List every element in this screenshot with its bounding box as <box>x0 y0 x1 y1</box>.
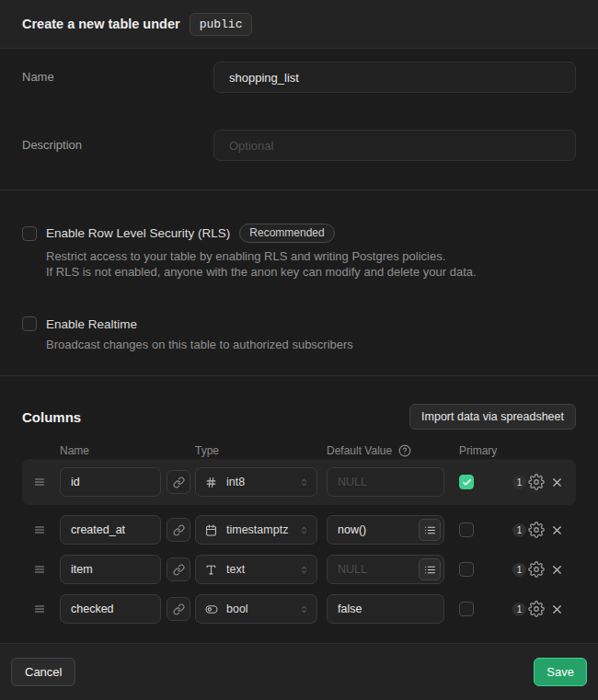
help-icon[interactable] <box>398 444 411 457</box>
chevron-updown-icon <box>299 602 309 616</box>
calendar-icon <box>205 524 218 536</box>
column-default-input[interactable] <box>327 467 444 497</box>
rls-head: Enable Row Level Security (RLS) Recommen… <box>22 224 576 243</box>
column-type-label: text <box>226 563 299 576</box>
options-section: Enable Row Level Security (RLS) Recommen… <box>0 190 598 376</box>
columns-section: Columns Import data via spreadsheet Name… <box>0 376 598 644</box>
header-default-value: Default Value <box>327 444 392 457</box>
settings-count-badge: 1 <box>512 476 526 489</box>
column-row-created-at: timestamptz 1 <box>22 515 576 545</box>
foreign-key-link-icon[interactable] <box>167 557 190 581</box>
header-type: Type <box>195 444 327 457</box>
type-icon <box>205 564 218 576</box>
dialog-title: Create a new table under <box>22 17 180 31</box>
recommended-badge: Recommended <box>239 224 334 243</box>
dialog-header: Create a new table under public <box>0 0 598 49</box>
gear-icon <box>528 561 545 578</box>
foreign-key-link-icon[interactable] <box>167 597 190 621</box>
column-default-input[interactable] <box>327 594 444 624</box>
column-row-item: text 1 <box>22 555 576 584</box>
rls-description: Restrict access to your table by enablin… <box>46 248 576 280</box>
remove-column-icon[interactable] <box>550 523 565 537</box>
create-table-dialog: Create a new table under public Name Des… <box>0 0 598 700</box>
default-value-menu-icon[interactable] <box>419 558 441 580</box>
column-name-input[interactable] <box>60 594 161 624</box>
column-settings-button[interactable]: 1 <box>512 601 546 617</box>
chevron-updown-icon <box>299 523 309 537</box>
column-type-label: bool <box>226 602 299 615</box>
gear-icon <box>528 522 545 538</box>
rls-label: Enable Row Level Security (RLS) <box>46 226 230 240</box>
column-type-select[interactable]: text <box>195 555 317 584</box>
columns-head-line: Columns Import data via spreadsheet <box>22 404 576 430</box>
table-name-input[interactable] <box>213 62 576 93</box>
schema-badge: public <box>190 13 253 36</box>
table-description-input[interactable] <box>213 130 576 161</box>
column-settings-button[interactable]: 1 <box>512 561 546 578</box>
name-field-row: Name <box>22 62 576 93</box>
realtime-head: Enable Realtime <box>22 316 576 331</box>
gear-icon <box>528 601 545 617</box>
realtime-checkbox[interactable] <box>22 316 37 331</box>
rls-description-line1: Restrict access to your table by enablin… <box>46 248 576 264</box>
dialog-footer: Cancel Save <box>0 644 598 700</box>
settings-count-badge: 1 <box>512 602 526 616</box>
chevron-updown-icon <box>299 476 309 489</box>
columns-rows: int8 1 <box>22 459 576 624</box>
primary-key-checkbox[interactable] <box>459 602 474 616</box>
save-button[interactable]: Save <box>534 658 587 686</box>
drag-handle-icon[interactable] <box>34 524 45 535</box>
columns-grid-headers: Name Type Default Value Primary <box>22 444 576 457</box>
column-name-input[interactable] <box>60 467 161 497</box>
remove-column-icon[interactable] <box>550 563 565 577</box>
primary-key-checkbox[interactable] <box>459 475 474 489</box>
foreign-key-link-icon[interactable] <box>167 470 190 494</box>
foreign-key-link-icon[interactable] <box>167 518 190 542</box>
realtime-description: Broadcast changes on this table to autho… <box>46 337 576 352</box>
column-settings-button[interactable]: 1 <box>512 522 546 538</box>
header-primary: Primary <box>459 444 576 457</box>
column-type-label: timestamptz <box>226 523 299 536</box>
remove-column-icon[interactable] <box>550 602 565 616</box>
column-settings-button[interactable]: 1 <box>512 474 546 490</box>
cancel-button[interactable]: Cancel <box>11 658 75 686</box>
realtime-block: Enable Realtime Broadcast changes on thi… <box>22 316 576 352</box>
column-type-select[interactable]: int8 <box>195 467 317 497</box>
column-name-input[interactable] <box>60 555 161 584</box>
columns-heading: Columns <box>22 409 81 425</box>
column-row-id: int8 1 <box>22 459 576 505</box>
rls-description-line2: If RLS is not enabled, anyone with the a… <box>46 264 576 280</box>
name-label: Name <box>22 62 213 84</box>
column-name-input[interactable] <box>60 515 161 545</box>
description-label: Description <box>22 130 213 152</box>
drag-handle-icon[interactable] <box>34 564 45 575</box>
chevron-updown-icon <box>299 563 309 577</box>
primary-key-checkbox[interactable] <box>459 562 474 577</box>
hash-icon <box>205 476 218 488</box>
rls-block: Enable Row Level Security (RLS) Recommen… <box>22 224 576 280</box>
import-spreadsheet-button[interactable]: Import data via spreadsheet <box>409 404 576 430</box>
basic-info-section: Name Description <box>0 49 598 190</box>
column-row-checked: bool 1 <box>22 594 576 624</box>
column-type-select[interactable]: bool <box>195 594 317 624</box>
gear-icon <box>528 474 545 490</box>
default-value-menu-icon[interactable] <box>419 519 441 541</box>
rls-checkbox[interactable] <box>22 226 37 241</box>
toggle-icon <box>205 603 218 615</box>
drag-handle-icon[interactable] <box>34 603 45 614</box>
settings-count-badge: 1 <box>512 523 526 537</box>
settings-count-badge: 1 <box>512 563 526 577</box>
primary-key-checkbox[interactable] <box>459 522 474 537</box>
realtime-label: Enable Realtime <box>46 317 137 331</box>
description-field-row: Description <box>22 130 576 161</box>
drag-handle-icon[interactable] <box>34 476 45 488</box>
column-type-label: int8 <box>226 476 299 488</box>
remove-column-icon[interactable] <box>550 476 565 489</box>
header-name: Name <box>60 444 195 457</box>
column-type-select[interactable]: timestamptz <box>195 515 317 545</box>
